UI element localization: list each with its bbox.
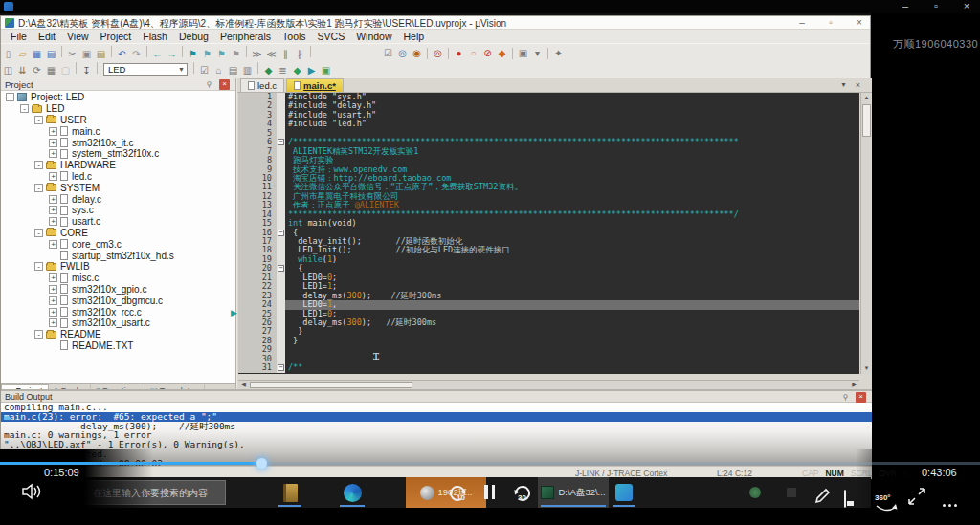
tree-item-system-stm32f10x-c[interactable]: +system_stm32f10x.c bbox=[1, 148, 235, 160]
volume-icon[interactable] bbox=[21, 483, 42, 504]
more-options-button[interactable] bbox=[940, 493, 957, 511]
tree-item-core-cm3-c[interactable]: +core_cm3.c bbox=[1, 238, 235, 250]
stop-build-icon[interactable]: ▢ bbox=[58, 63, 73, 77]
tree-expander[interactable]: + bbox=[49, 139, 57, 147]
tree-item-core[interactable]: -CORE bbox=[1, 228, 235, 239]
editor-vertical-scrollbar[interactable]: ▲ ▼ bbox=[860, 93, 871, 374]
target-select[interactable]: LED ▼ bbox=[103, 63, 188, 76]
outdent-icon[interactable]: ≪ bbox=[264, 47, 278, 61]
scroll-down-icon[interactable]: ▼ bbox=[861, 363, 872, 374]
uvision-close-button[interactable]: × bbox=[849, 17, 870, 29]
flash-download-icon[interactable]: ↧ bbox=[79, 63, 94, 77]
fold-collapse-icon[interactable]: − bbox=[278, 265, 284, 272]
scroll-right-icon[interactable]: ▶ bbox=[849, 381, 859, 389]
breakpoint-disable-icon[interactable]: ○ bbox=[466, 46, 480, 60]
tree-expander[interactable]: + bbox=[49, 149, 57, 158]
rewind-10-button[interactable]: 10 bbox=[448, 484, 469, 507]
build-output-close-button[interactable]: × bbox=[856, 392, 866, 403]
breakpoint-enable-all-icon[interactable]: ◆ bbox=[495, 46, 509, 60]
menu-svcs[interactable]: SVCS bbox=[312, 31, 351, 42]
build-output-line[interactable]: "..\OBJ\LED.axf" - 1 Error(s), 0 Warning… bbox=[1, 440, 872, 449]
bookmark-toggle-icon[interactable]: ⚑ bbox=[186, 47, 200, 61]
fold-margin[interactable]: − bbox=[277, 138, 285, 146]
build-icon[interactable]: ⇊ bbox=[15, 63, 30, 77]
tree-expander[interactable]: + bbox=[49, 240, 57, 249]
menu-debug[interactable]: Debug bbox=[173, 31, 214, 42]
scroll-up-icon[interactable]: ▲ bbox=[861, 93, 872, 103]
menu-project[interactable]: Project bbox=[95, 31, 138, 42]
rotate-360-button[interactable]: 360° bbox=[875, 487, 898, 513]
pin-icon[interactable]: ⚲ bbox=[840, 392, 851, 403]
editor-tab-led.c[interactable]: led.c bbox=[240, 78, 284, 92]
tree-item-startup-stm32f10x-hd-s[interactable]: startup_stm32f10x_hd.s bbox=[1, 250, 235, 261]
indent-icon[interactable]: ≫ bbox=[250, 47, 264, 61]
tree-item-hardware[interactable]: -HARDWARE bbox=[1, 160, 235, 171]
menu-window[interactable]: Window bbox=[350, 31, 397, 42]
tree-expander[interactable]: + bbox=[49, 296, 57, 305]
taskbar-item-qq-group[interactable]: 1902班.. bbox=[406, 477, 486, 508]
paste-icon[interactable]: ▤ bbox=[94, 47, 108, 61]
flash-config-icon[interactable]: ☑ bbox=[197, 63, 212, 77]
fold-margin[interactable]: − bbox=[277, 264, 285, 273]
rebuild-icon[interactable]: ⟳ bbox=[30, 63, 44, 77]
taskbar-item-photos[interactable] bbox=[611, 477, 637, 508]
tree-item-led-c[interactable]: +led.c bbox=[1, 171, 235, 183]
cut-icon[interactable]: ✂ bbox=[65, 47, 79, 61]
save-all-icon[interactable]: ▤ bbox=[44, 47, 58, 61]
select-software-packs-icon[interactable]: ◆ bbox=[261, 63, 276, 77]
tree-item-stm32f10x-dbgmcu-c[interactable]: +stm32f10x_dbgmcu.c bbox=[1, 295, 235, 306]
tree-item-stm32f10x-usart-c[interactable]: +stm32f10x_usart.c bbox=[1, 317, 235, 329]
pin-icon[interactable]: ⚲ bbox=[204, 79, 214, 90]
uvision-minimize-button[interactable]: – bbox=[791, 17, 813, 29]
translate-icon[interactable]: ◫ bbox=[1, 63, 15, 77]
fullscreen-button[interactable] bbox=[907, 487, 926, 510]
screenshot-button[interactable] bbox=[844, 491, 846, 508]
seek-bar-handle[interactable] bbox=[256, 458, 267, 469]
navigate-forward-icon[interactable]: → bbox=[165, 47, 179, 61]
redo-icon[interactable]: ↷ bbox=[129, 47, 144, 61]
tree-item-readme[interactable]: -README bbox=[1, 329, 235, 340]
spell-check-icon[interactable]: ☑ bbox=[381, 46, 395, 60]
tab-close-button[interactable]: × bbox=[856, 80, 860, 90]
tree-expander[interactable]: - bbox=[34, 184, 43, 192]
menu-flash[interactable]: Flash bbox=[137, 31, 173, 42]
undo-icon[interactable]: ↶ bbox=[115, 47, 129, 61]
bookmark-next-icon[interactable]: ⚑ bbox=[214, 47, 229, 61]
tree-expander[interactable]: + bbox=[49, 285, 57, 294]
tree-item-fwlib[interactable]: -FWLIB bbox=[1, 261, 235, 273]
tree-expander[interactable]: - bbox=[34, 116, 43, 124]
scroll-left-icon[interactable]: ◀ bbox=[238, 381, 249, 389]
manage-run-time-environment-icon[interactable]: ≣ bbox=[276, 63, 290, 77]
books-window-icon[interactable]: ▶ bbox=[304, 63, 319, 77]
tree-expander[interactable]: + bbox=[49, 273, 57, 282]
tree-item-stm32f10x-rcc-c[interactable]: +stm32f10x_rcc.c bbox=[1, 306, 235, 317]
tree-item-usart-c[interactable]: +usart.c bbox=[1, 216, 235, 228]
bookmark-prev-icon[interactable]: ⚑ bbox=[200, 47, 214, 61]
tray-defender-icon[interactable] bbox=[749, 487, 761, 498]
breakpoint-icon[interactable]: ● bbox=[452, 46, 466, 60]
find-icon[interactable]: ◎ bbox=[395, 46, 410, 60]
player-close-button[interactable]: × bbox=[955, 0, 978, 13]
current-project-window-icon[interactable]: ▣ bbox=[516, 46, 530, 60]
new-file-icon[interactable]: ▯ bbox=[1, 47, 15, 61]
fold-collapse-icon[interactable]: − bbox=[278, 364, 284, 371]
menu-file[interactable]: File bbox=[5, 31, 33, 42]
taskbar-item-edge[interactable] bbox=[337, 477, 368, 508]
navigate-back-icon[interactable]: ← bbox=[150, 47, 165, 61]
tree-expander[interactable]: - bbox=[34, 262, 43, 271]
tree-item-delay-c[interactable]: +delay.c bbox=[1, 193, 235, 205]
tree-item-user[interactable]: -USER bbox=[1, 115, 235, 126]
splitter-collapse-icon[interactable]: ▶ bbox=[231, 308, 237, 317]
tree-expander[interactable]: - bbox=[34, 161, 43, 169]
menu-view[interactable]: View bbox=[61, 31, 95, 42]
target-options-icon[interactable]: ▣ bbox=[319, 63, 333, 77]
fold-margin[interactable]: − bbox=[277, 229, 285, 237]
file-extensions-icon[interactable]: ▤ bbox=[226, 63, 240, 77]
bookmark-clear-icon[interactable]: ⚑ bbox=[229, 47, 243, 61]
tree-item-readme-txt[interactable]: README.TXT bbox=[1, 340, 235, 352]
batch-build-icon[interactable]: ▦ bbox=[44, 63, 58, 77]
pause-button[interactable] bbox=[484, 485, 495, 499]
save-icon[interactable]: ▦ bbox=[30, 47, 44, 61]
tree-item-sys-c[interactable]: +sys.c bbox=[1, 205, 235, 216]
menu-peripherals[interactable]: Peripherals bbox=[214, 31, 277, 42]
